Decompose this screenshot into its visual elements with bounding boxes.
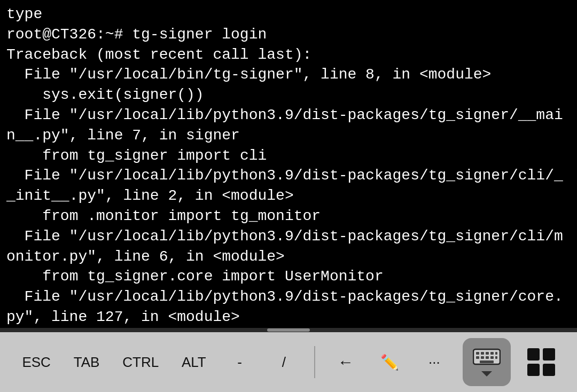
scrollbar-thumb <box>267 328 310 332</box>
svg-rect-4 <box>490 352 494 355</box>
back-button[interactable]: ← <box>330 349 362 375</box>
svg-rect-7 <box>481 356 484 359</box>
esc-button[interactable]: ESC <box>17 350 56 375</box>
keyboard-icon <box>473 348 501 369</box>
dash-button[interactable]: - <box>224 350 256 375</box>
svg-rect-3 <box>486 352 489 355</box>
toolbar: ESC TAB CTRL ALT - / ← ✏️ ··· <box>0 332 577 392</box>
ctrl-button[interactable]: CTRL <box>117 350 164 375</box>
svg-rect-8 <box>486 356 489 359</box>
svg-rect-11 <box>480 360 494 363</box>
svg-rect-5 <box>495 352 497 355</box>
slash-button[interactable]: / <box>268 350 300 375</box>
terminal-line-1: type root@CT326:~# tg-signer login Trace… <box>6 6 563 328</box>
svg-rect-10 <box>495 356 497 359</box>
scrollbar-indicator[interactable] <box>0 328 577 332</box>
alt-button[interactable]: ALT <box>176 350 212 375</box>
svg-rect-6 <box>476 356 479 359</box>
grid-icon <box>527 348 555 376</box>
pencil-button[interactable]: ✏️ <box>374 349 406 375</box>
keyboard-hide-icon <box>481 371 492 377</box>
grid-button[interactable] <box>523 343 560 381</box>
terminal-output: type root@CT326:~# tg-signer login Trace… <box>0 0 577 328</box>
svg-rect-1 <box>476 352 479 355</box>
keyboard-toggle-button[interactable] <box>463 338 511 386</box>
toolbar-divider <box>314 346 315 378</box>
pencil-icon: ✏️ <box>380 354 399 371</box>
svg-rect-9 <box>490 356 494 359</box>
tab-button[interactable]: TAB <box>68 350 105 375</box>
back-arrow-icon: ← <box>338 353 354 371</box>
more-button[interactable]: ··· <box>418 350 450 375</box>
svg-rect-2 <box>481 352 484 355</box>
